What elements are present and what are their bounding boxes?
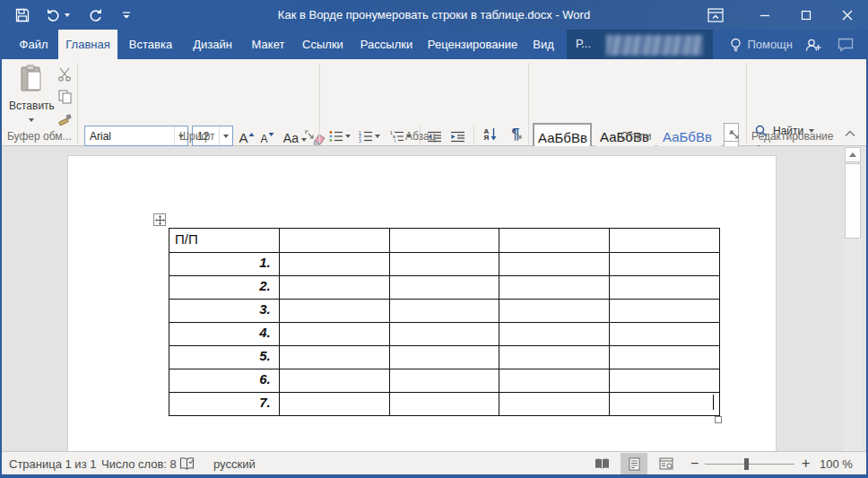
shrink-font-button[interactable]: А	[258, 124, 276, 145]
web-layout-button[interactable]	[653, 453, 680, 474]
zoom-level[interactable]: 100 %	[820, 452, 853, 475]
document-page[interactable]: П/П1.2.3.4.5.6.7.	[67, 155, 777, 451]
title-bar: Как в Ворде пронумеровать строки в табли…	[0, 0, 868, 30]
copy-button[interactable]	[56, 89, 74, 105]
tab-file[interactable]: Файл	[9, 30, 58, 59]
bullets-button[interactable]	[326, 126, 353, 147]
help-button[interactable]: Помощн	[730, 38, 793, 52]
table-cell[interactable]	[280, 229, 390, 253]
table-cell[interactable]	[610, 323, 720, 346]
user-account-label[interactable]: Р...	[576, 37, 591, 50]
table-cell[interactable]	[499, 369, 610, 393]
table-cell[interactable]: 6.	[169, 369, 280, 393]
proofing-status[interactable]	[179, 452, 195, 475]
close-button[interactable]	[827, 0, 868, 30]
table-cell[interactable]	[280, 323, 390, 346]
table-cell[interactable]	[280, 276, 390, 300]
table-cell[interactable]: 5.	[169, 346, 280, 369]
cut-button[interactable]	[56, 66, 74, 83]
table-cell[interactable]	[499, 276, 610, 300]
sort-button[interactable]: А Я	[479, 124, 502, 145]
table-cell[interactable]	[610, 393, 720, 416]
maximize-button[interactable]	[786, 0, 827, 30]
table-cell[interactable]	[280, 393, 390, 416]
zoom-out-button[interactable]: −	[690, 452, 699, 475]
table-cell[interactable]: 3.	[169, 300, 280, 323]
word-count[interactable]: Число слов: 8	[101, 452, 177, 475]
tab-view[interactable]: Вид	[527, 30, 560, 59]
print-layout-button[interactable]	[621, 453, 647, 474]
page-indicator[interactable]: Страница 1 из 1	[9, 452, 96, 475]
table-cell[interactable]: П/П	[169, 229, 280, 253]
vertical-scrollbar[interactable]	[844, 146, 862, 451]
collapse-ribbon-button[interactable]	[843, 127, 857, 140]
table-cell[interactable]	[499, 346, 610, 369]
share-contact-button[interactable]	[805, 38, 821, 52]
styles-dialog-launcher[interactable]	[730, 130, 742, 142]
bullets-dropdown-icon[interactable]	[345, 135, 351, 138]
grow-font-button[interactable]: А	[237, 124, 256, 145]
comments-button[interactable]	[838, 38, 854, 52]
tab-design[interactable]: Дизайн	[187, 30, 238, 59]
minimize-button[interactable]	[744, 0, 786, 30]
font-size-dropdown-icon[interactable]	[219, 126, 232, 145]
paragraph-dialog-launcher[interactable]	[513, 130, 525, 142]
table-cell[interactable]	[499, 323, 610, 346]
table-cell[interactable]	[390, 323, 500, 346]
table-cell[interactable]	[280, 369, 390, 393]
table-cell[interactable]	[610, 369, 720, 393]
table-cell[interactable]	[390, 276, 500, 300]
font-dialog-launcher[interactable]	[305, 130, 317, 142]
numbering-dropdown-icon[interactable]	[375, 135, 380, 138]
table-cell[interactable]	[390, 229, 500, 253]
svg-text:3: 3	[359, 138, 361, 143]
undo-dropdown-icon[interactable]	[65, 13, 70, 17]
tab-mailings[interactable]: Рассылки	[356, 30, 417, 59]
tab-insert[interactable]: Вставка	[123, 30, 178, 59]
table-cell[interactable]	[610, 253, 720, 276]
language-indicator[interactable]: русский	[213, 452, 256, 475]
table-cell[interactable]	[610, 276, 720, 300]
increase-indent-button[interactable]	[447, 126, 468, 147]
table-cell[interactable]	[280, 346, 390, 369]
tab-review[interactable]: Рецензирование	[424, 30, 521, 59]
table-cell[interactable]	[390, 346, 500, 369]
redo-button[interactable]	[84, 4, 104, 26]
save-button[interactable]	[13, 4, 32, 26]
table-cell[interactable]: 7.	[169, 393, 280, 416]
table-cell[interactable]	[499, 229, 610, 253]
table-cell[interactable]: 2.	[169, 276, 280, 300]
table-cell[interactable]: 1.	[169, 253, 280, 276]
table-cell[interactable]: 4.	[169, 323, 280, 346]
tab-home[interactable]: Главная	[58, 30, 117, 59]
table-cell[interactable]	[280, 300, 390, 323]
scroll-up-button[interactable]	[845, 147, 861, 162]
table-cell[interactable]	[390, 393, 500, 416]
format-painter-button[interactable]	[56, 111, 74, 127]
table-cell[interactable]	[610, 300, 720, 323]
table-cell[interactable]	[610, 229, 720, 253]
tab-layout[interactable]: Макет	[246, 30, 291, 59]
table-cell[interactable]	[499, 300, 610, 323]
font-name-combobox[interactable]: Arial	[84, 126, 188, 146]
scrollbar-thumb[interactable]	[845, 163, 861, 239]
table-move-handle[interactable]	[153, 213, 166, 226]
table-cell[interactable]	[499, 253, 610, 276]
read-mode-button[interactable]	[588, 453, 615, 474]
zoom-in-button[interactable]: +	[802, 452, 810, 475]
tab-references[interactable]: Ссылки	[298, 30, 348, 59]
zoom-slider-track[interactable]	[705, 464, 794, 465]
table-cell[interactable]	[499, 393, 610, 416]
table-cell[interactable]	[390, 300, 500, 323]
ribbon-display-options-button[interactable]	[698, 0, 733, 30]
table-cell[interactable]	[390, 253, 500, 276]
undo-button[interactable]	[45, 4, 72, 26]
table-cell[interactable]	[390, 369, 500, 393]
numbering-button[interactable]: 123	[355, 126, 384, 147]
zoom-slider-thumb[interactable]	[744, 458, 749, 470]
paste-dropdown-icon[interactable]	[29, 118, 34, 122]
table-cell[interactable]	[280, 253, 390, 276]
table-cell[interactable]	[610, 346, 720, 369]
customize-qat-button[interactable]	[117, 4, 136, 26]
table-resize-handle[interactable]	[715, 416, 722, 423]
